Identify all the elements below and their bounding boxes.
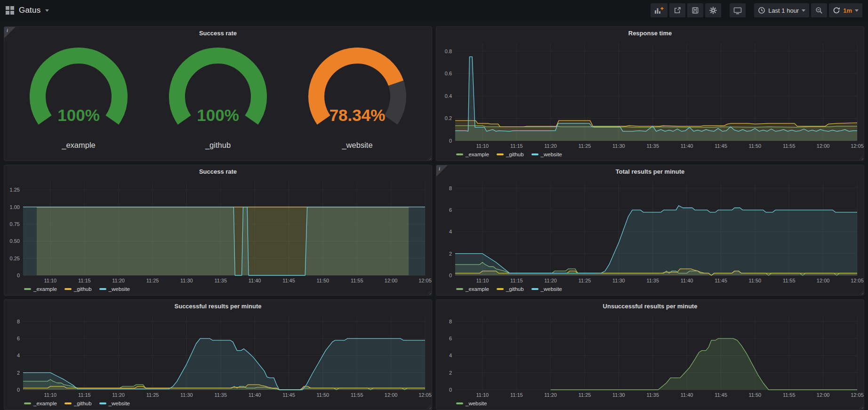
panel-title[interactable]: Success rate <box>4 165 432 178</box>
panel-title[interactable]: Unsuccessful results per minute <box>436 300 864 313</box>
legend-label: _example <box>33 401 57 406</box>
svg-text:0.6: 0.6 <box>445 71 452 76</box>
svg-text:11:15: 11:15 <box>78 278 91 283</box>
panel-info-icon[interactable]: i <box>4 27 16 38</box>
share-button[interactable] <box>669 3 685 17</box>
apps-grid-icon <box>6 6 14 15</box>
svg-text:11:40: 11:40 <box>249 392 261 398</box>
time-range-picker[interactable]: Last 1 hour <box>754 3 809 17</box>
gear-icon <box>709 7 717 14</box>
svg-text:11:40: 11:40 <box>681 278 693 283</box>
legend-item-_example[interactable]: _example <box>456 152 489 157</box>
svg-text:11:45: 11:45 <box>715 392 727 398</box>
svg-text:0: 0 <box>17 387 20 393</box>
legend-item-_example[interactable]: _example <box>456 286 489 292</box>
zoom-out-icon <box>815 7 823 14</box>
svg-text:11:30: 11:30 <box>180 392 193 398</box>
svg-text:4: 4 <box>449 353 452 358</box>
legend-label: _github <box>506 286 524 292</box>
legend-item-_github[interactable]: _github <box>497 152 524 157</box>
dashboard-grid: i Success rate 100%_example100%_github78… <box>0 21 868 410</box>
chart-legend: _website <box>436 399 864 410</box>
svg-text:2: 2 <box>449 370 452 376</box>
legend-item-_example[interactable]: _example <box>24 286 57 292</box>
svg-text:6: 6 <box>449 207 452 213</box>
clock-icon <box>758 7 765 14</box>
svg-text:11:10: 11:10 <box>44 278 57 283</box>
gauge-label: _example <box>62 141 96 150</box>
svg-text:4: 4 <box>17 353 20 358</box>
response-time-chart[interactable]: 00.20.40.60.811:1011:1511:2011:2511:3011… <box>436 40 864 150</box>
legend-item-_github[interactable]: _github <box>64 286 92 292</box>
gauge-arc: 100% <box>18 47 139 143</box>
svg-text:12:05: 12:05 <box>418 392 432 398</box>
gauge-value: 100% <box>57 106 100 124</box>
svg-text:12:05: 12:05 <box>851 392 864 398</box>
legend-item-_website[interactable]: _website <box>531 152 562 157</box>
panel-title[interactable]: Total results per minute <box>436 165 864 178</box>
panel-title[interactable]: Successful results per minute <box>4 300 432 313</box>
svg-text:11:50: 11:50 <box>317 278 330 283</box>
zoom-out-button[interactable] <box>811 3 827 17</box>
svg-text:11:20: 11:20 <box>544 143 557 149</box>
legend-swatch <box>456 153 463 155</box>
tv-mode-button[interactable] <box>730 3 746 17</box>
gauge-label: _website <box>342 141 372 150</box>
panel-response-time: Response time 00.20.40.60.811:1011:1511:… <box>436 26 864 161</box>
legend-label: _github <box>74 286 92 292</box>
panel-title[interactable]: Success rate <box>4 27 432 40</box>
legend-item-_website[interactable]: _website <box>99 401 130 406</box>
success-rate-chart[interactable]: 00.250.500.751.001.2511:1011:1511:2011:2… <box>4 178 432 285</box>
legend-item-_website[interactable]: _website <box>456 401 487 406</box>
svg-text:0.4: 0.4 <box>445 93 452 99</box>
legend-label: _website <box>109 401 130 406</box>
svg-text:12:00: 12:00 <box>817 392 830 398</box>
svg-text:11:30: 11:30 <box>180 278 193 283</box>
legend-swatch <box>64 402 72 404</box>
svg-text:0: 0 <box>449 138 452 144</box>
save-icon <box>691 7 699 14</box>
add-panel-button[interactable] <box>651 3 667 17</box>
dashboard-picker[interactable]: Gatus <box>6 6 49 15</box>
svg-text:0.50: 0.50 <box>10 238 20 244</box>
refresh-interval-label: 1m <box>843 7 852 14</box>
refresh-picker[interactable]: 1m <box>829 3 862 17</box>
legend-label: _example <box>466 152 489 157</box>
svg-text:11:45: 11:45 <box>715 143 727 149</box>
dashboard-title: Gatus <box>19 6 40 15</box>
legend-swatch <box>24 288 31 290</box>
svg-text:11:35: 11:35 <box>646 143 659 149</box>
legend-item-_website[interactable]: _website <box>531 286 562 292</box>
legend-item-_github[interactable]: _github <box>497 286 524 292</box>
svg-text:11:35: 11:35 <box>646 278 659 283</box>
chart-legend: _example_github_website <box>436 150 864 161</box>
svg-text:11:55: 11:55 <box>351 392 363 398</box>
legend-item-_website[interactable]: _website <box>99 286 130 292</box>
svg-text:11:35: 11:35 <box>214 392 227 398</box>
legend-item-_github[interactable]: _github <box>64 401 92 406</box>
settings-button[interactable] <box>705 3 721 17</box>
gauge-arc: 78.34% <box>297 47 418 143</box>
svg-text:11:50: 11:50 <box>317 392 330 398</box>
svg-text:2: 2 <box>449 251 452 257</box>
gauge-_github: 100%_github <box>157 47 279 150</box>
panel-info-icon[interactable]: i <box>436 165 448 177</box>
svg-text:8: 8 <box>17 319 20 324</box>
svg-text:11:25: 11:25 <box>146 392 159 398</box>
monitor-icon <box>733 7 742 15</box>
total-results-chart[interactable]: 0246811:1011:1511:2011:2511:3011:3511:40… <box>436 178 864 285</box>
legend-item-_example[interactable]: _example <box>24 401 57 406</box>
legend-label: _github <box>506 152 524 157</box>
panel-title[interactable]: Response time <box>436 27 864 40</box>
svg-text:8: 8 <box>449 185 452 191</box>
svg-text:11:20: 11:20 <box>112 278 125 283</box>
chart-legend: _example_github_website <box>4 285 432 295</box>
svg-text:6: 6 <box>449 336 452 341</box>
save-button[interactable] <box>687 3 703 17</box>
legend-swatch <box>24 402 31 404</box>
unsuccessful-results-chart[interactable]: 0246811:1011:1511:2011:2511:3011:3511:40… <box>436 313 864 399</box>
legend-label: _github <box>74 401 92 406</box>
svg-text:11:35: 11:35 <box>214 278 227 283</box>
successful-results-chart[interactable]: 0246811:1011:1511:2011:2511:3011:3511:40… <box>4 313 432 399</box>
svg-text:11:15: 11:15 <box>510 392 523 398</box>
